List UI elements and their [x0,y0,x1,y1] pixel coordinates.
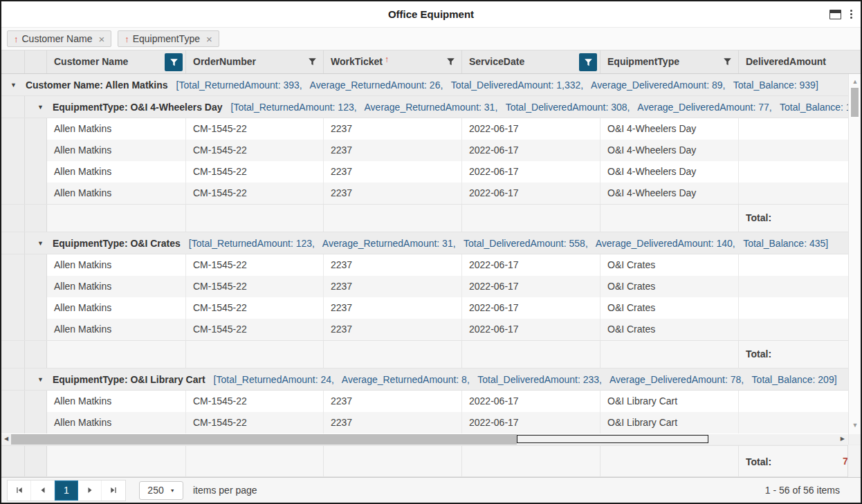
footer-cell-workticket [324,205,462,232]
previous-page-button[interactable] [31,480,55,501]
cell-ordernumber: CM-1545-22 [186,183,324,204]
collapse-group-icon[interactable]: ▼ [10,82,17,88]
cell-workticket: 2237 [324,391,462,412]
group-indent-cell [25,118,47,140]
cell-ordernumber: CM-1545-22 [186,140,324,161]
kebab-menu-icon[interactable] [849,8,854,20]
table-row[interactable]: Allen MatkinsCM-1545-2222372022-06-17O&I… [1,118,848,140]
footer-cell-ordernumber [186,341,324,368]
page-1-button[interactable]: 1 [55,480,78,501]
cell-equipmenttype: O&I 4-Wheelers Day [600,118,739,140]
filter-button-active[interactable] [579,53,597,71]
cell-workticket: 2237 [324,412,462,433]
group-indent-cell [1,118,25,140]
group-indent-cell [1,183,25,204]
cell-equipmenttype: O&I 4-Wheelers Day [600,183,739,204]
cell-deliveredamount [739,319,848,340]
scroll-up-icon[interactable]: ▲ [849,79,861,85]
title-bar-icons [829,1,854,27]
cell-customer-name: Allen Matkins [47,297,186,319]
scroll-right-icon[interactable]: ▶ [841,436,845,442]
footer-cell-workticket [324,446,462,476]
vertical-scrollbar[interactable]: ▲ ▼ [848,74,861,434]
group-indent-cell [1,96,25,118]
table-row[interactable]: Allen MatkinsCM-1545-2222372022-06-17O&I… [1,276,848,297]
column-header-ordernumber[interactable]: OrderNumber [186,50,324,73]
group-aggregates: [Total_ReturnedAmount: 123, Average_Retu… [231,102,849,113]
cell-servicedate: 2022-06-17 [462,118,600,140]
column-header-servicedate[interactable]: ServiceDate [462,50,600,73]
vertical-scrollbar-thumb[interactable] [851,88,859,117]
cell-equipmenttype: O&I Crates [600,254,739,276]
table-row[interactable]: Allen MatkinsCM-1545-2222372022-06-17O&I… [1,140,848,161]
table-row[interactable]: Allen MatkinsCM-1545-2222372022-06-17O&I… [1,412,848,433]
last-page-button[interactable] [102,480,125,501]
remove-group-icon[interactable]: × [206,34,212,44]
group-chip-label: EquipmentType [133,33,200,44]
group-chip-customer-name[interactable]: ↑Customer Name× [7,30,111,47]
collapse-group-icon[interactable]: ▼ [37,104,44,111]
group-indent-cell [25,276,47,297]
filter-button-active[interactable] [165,53,183,71]
collapse-group-icon[interactable]: ▼ [37,240,44,247]
cell-deliveredamount [739,391,848,412]
group-indent-cell [1,276,25,297]
group-header-row-level-2: ▼EquipmentType: O&I Library Cart[Total_R… [1,368,848,391]
horizontal-scrollbar-thumb[interactable] [11,434,517,445]
table-row[interactable]: Allen MatkinsCM-1545-2222372022-06-17O&I… [1,254,848,276]
remove-group-icon[interactable]: × [98,34,104,44]
column-header-deliveredamount[interactable]: DeliveredAmount [739,50,861,73]
footer-cell-deliveredamount: Total: [739,205,848,232]
group-aggregates: [Total_ReturnedAmount: 393, Average_Retu… [176,80,818,91]
table-row[interactable]: Allen MatkinsCM-1545-2222372022-06-17O&I… [1,161,848,183]
group-footer-row: Total: [1,445,847,477]
cell-deliveredamount [739,276,848,297]
group-indent-cell [25,319,47,340]
footer-cell-servicedate [462,341,600,368]
group-header-row-level-1: ▼Customer Name: Allen Matkins[Total_Retu… [1,74,848,96]
footer-cell-workticket [324,341,462,368]
group-total-label: Total: [746,348,771,360]
group-total-label: Total: [746,212,771,223]
next-page-button[interactable] [78,480,102,501]
clipped-total-value: 7 [843,445,847,477]
filter-button[interactable] [723,57,732,66]
group-indent-cell [25,412,47,433]
cell-ordernumber: CM-1545-22 [186,254,324,276]
cell-equipmenttype: O&I Crates [600,319,739,340]
table-row[interactable]: Allen MatkinsCM-1545-2222372022-06-17O&I… [1,391,848,412]
cell-workticket: 2237 [324,118,462,140]
cell-customer-name: Allen Matkins [47,183,186,204]
column-title: OrderNumber [193,56,256,67]
filter-button[interactable] [308,57,317,66]
window-maximize-icon[interactable] [829,10,841,19]
footer-cell-customer-name [47,341,186,368]
cell-servicedate: 2022-06-17 [462,161,600,183]
collapse-group-icon[interactable]: ▼ [37,376,44,383]
column-header-equipmenttype[interactable]: EquipmentType [600,50,739,73]
cell-workticket: 2237 [324,254,462,276]
scroll-left-icon[interactable]: ◀ [4,436,8,442]
horizontal-scrollbar[interactable]: ◀ ▶ [1,434,848,445]
horizontal-scrollbar-band: ◀ ▶ [1,434,861,445]
filter-button[interactable] [446,57,455,66]
footer-cell-ordernumber [186,446,324,476]
first-page-button[interactable] [8,480,31,501]
grid-body: ▼Customer Name: Allen Matkins[Total_Retu… [1,74,848,434]
table-row[interactable]: Allen MatkinsCM-1545-2222372022-06-17O&I… [1,183,848,204]
table-row[interactable]: Allen MatkinsCM-1545-2222372022-06-17O&I… [1,297,848,319]
column-header-workticket[interactable]: WorkTicket↑ [324,50,462,73]
footer-cell-deliveredamount: Total: [739,446,847,476]
scroll-down-icon[interactable]: ▼ [849,422,861,429]
footer-cell-servicedate [462,205,600,232]
page-size-dropdown[interactable]: 250 ▼ [139,481,183,500]
group-chip-equipmenttype[interactable]: ↑EquipmentType× [118,30,219,47]
column-header-customer-name[interactable]: Customer Name [47,50,186,73]
office-equipment-grid-window: Office Equipment ↑Customer Name×↑Equipme… [0,0,862,504]
group-aggregates: [Total_ReturnedAmount: 123, Average_Retu… [189,238,828,249]
table-row[interactable]: Allen MatkinsCM-1545-2222372022-06-17O&I… [1,319,848,340]
group-header-row-level-2: ▼EquipmentType: O&I 4-Wheelers Day[Total… [1,96,848,118]
cell-ordernumber: CM-1545-22 [186,276,324,297]
group-indent-cell [25,161,47,183]
cell-customer-name: Allen Matkins [47,254,186,276]
